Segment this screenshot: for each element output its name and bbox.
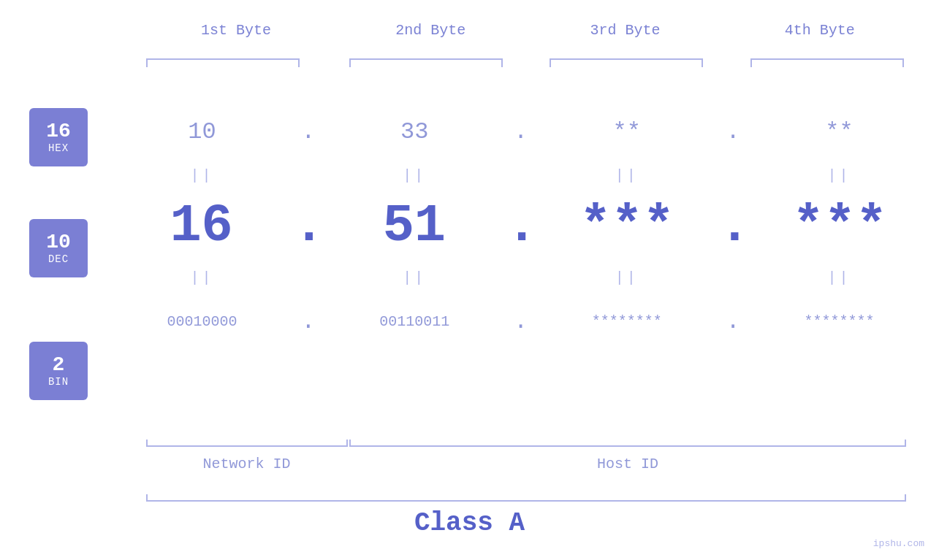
bracket-line-4 <box>750 58 904 60</box>
net-tick-left <box>146 440 148 447</box>
byte3-header: 3rd Byte <box>552 22 699 39</box>
bin-dot2: . <box>507 308 535 335</box>
tick-2a <box>349 58 351 67</box>
dec-byte1: 16 <box>110 196 293 256</box>
dec-byte3: *** <box>536 196 719 256</box>
full-bracket <box>146 500 906 502</box>
tick-3a <box>550 58 551 67</box>
dec-dot2: . <box>506 196 536 256</box>
eq1-b1: || <box>110 167 294 184</box>
equals-row-1: || || || || <box>110 161 932 190</box>
host-tick-left <box>349 440 351 447</box>
byte1-header: 1st Byte <box>163 22 309 39</box>
bin-badge: 2 BIN <box>29 342 88 400</box>
full-tick-left <box>146 494 148 502</box>
hex-dot2: . <box>507 118 535 145</box>
dec-row: 16 . 51 . *** . *** <box>110 190 932 263</box>
eq1-b4: || <box>747 167 932 184</box>
bracket-line-3 <box>550 58 703 60</box>
tick-2b <box>501 58 503 67</box>
tick-4a <box>750 58 752 67</box>
dec-dot1: . <box>293 196 322 256</box>
bin-byte1: 00010000 <box>110 313 294 330</box>
tick-3b <box>702 58 703 67</box>
main-container: 1st Byte 2nd Byte 3rd Byte 4th Byte 16 H… <box>0 0 939 560</box>
eq2-b1: || <box>110 269 294 286</box>
dec-badge: 10 DEC <box>29 219 88 277</box>
bracket-line-2 <box>349 58 503 60</box>
dec-byte4: *** <box>748 196 932 256</box>
network-bracket <box>146 445 347 447</box>
bracket-line-1 <box>146 58 300 60</box>
hex-byte1: 10 <box>110 118 294 145</box>
bin-dot3: . <box>719 308 747 335</box>
bin-byte4: ******** <box>747 313 932 330</box>
tick-4b <box>902 58 904 67</box>
watermark: ipshu.com <box>873 538 924 549</box>
bin-byte3: ******** <box>534 313 719 330</box>
dec-dot3: . <box>719 196 748 256</box>
tick-1b <box>298 58 300 67</box>
dec-byte2: 51 <box>322 196 506 256</box>
bin-dot1: . <box>294 308 322 335</box>
eq2-b2: || <box>322 269 507 286</box>
network-id-label: Network ID <box>146 456 347 472</box>
byte4-header: 4th Byte <box>747 22 893 39</box>
host-tick-right <box>905 440 906 447</box>
byte2-header: 2nd Byte <box>357 22 503 39</box>
net-tick-right <box>346 440 348 447</box>
eq2-b4: || <box>747 269 932 286</box>
hex-byte2: 33 <box>322 118 507 145</box>
hex-badge: 16 HEX <box>29 108 88 166</box>
bin-row: 00010000 . 00110011 . ******** . *******… <box>110 292 932 350</box>
hex-row: 10 . 33 . ** . ** <box>110 102 932 161</box>
hex-byte3: ** <box>534 118 719 145</box>
full-tick-right <box>905 494 906 502</box>
host-bracket <box>349 445 906 447</box>
host-id-label: Host ID <box>349 456 906 472</box>
bin-byte2: 00110011 <box>322 313 507 330</box>
equals-row-2: || || || || <box>110 263 932 292</box>
eq1-b2: || <box>322 167 507 184</box>
byte-headers: 1st Byte 2nd Byte 3rd Byte 4th Byte <box>139 22 917 39</box>
hex-dot3: . <box>719 118 747 145</box>
hex-byte4: ** <box>747 118 932 145</box>
hex-dot1: . <box>294 118 322 145</box>
class-label: Class A <box>0 508 939 538</box>
eq2-b3: || <box>534 269 719 286</box>
eq1-b3: || <box>534 167 719 184</box>
tick-1a <box>146 58 148 67</box>
